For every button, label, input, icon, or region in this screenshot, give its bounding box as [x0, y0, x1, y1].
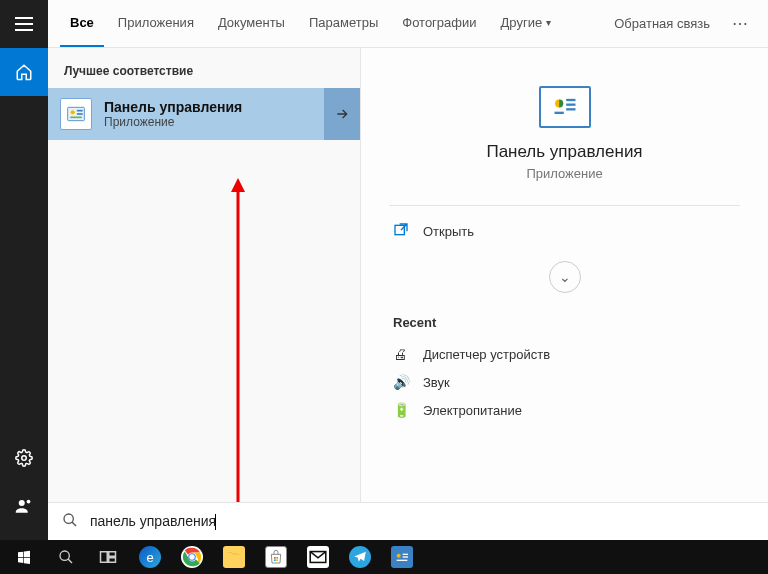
- home-icon: [15, 63, 33, 81]
- svg-point-2: [27, 500, 31, 504]
- home-button[interactable]: [0, 48, 48, 96]
- svg-rect-12: [566, 104, 575, 106]
- settings-button[interactable]: [0, 434, 48, 482]
- svg-line-19: [68, 559, 72, 563]
- gear-icon: [15, 449, 33, 467]
- more-options-button[interactable]: ⋯: [724, 14, 756, 33]
- taskbar-chrome[interactable]: [172, 540, 212, 574]
- svg-rect-28: [274, 559, 276, 561]
- taskbar-mail[interactable]: [298, 540, 338, 574]
- tab-all[interactable]: Все: [60, 1, 104, 47]
- task-view-button[interactable]: [88, 540, 128, 574]
- taskbar-telegram[interactable]: [340, 540, 380, 574]
- preview-subtitle: Приложение: [389, 166, 740, 181]
- svg-rect-6: [77, 113, 83, 115]
- main-area: Все Приложения Документы Параметры Фотог…: [48, 0, 768, 540]
- open-action[interactable]: Открыть: [389, 214, 740, 249]
- control-panel-icon: [60, 98, 92, 130]
- battery-icon: 🔋: [393, 402, 411, 418]
- expand-arrow-button[interactable]: [324, 88, 360, 140]
- recent-device-manager[interactable]: 🖨 Диспетчер устройств: [389, 340, 740, 368]
- telegram-icon: [349, 546, 371, 568]
- tab-settings[interactable]: Параметры: [299, 1, 388, 47]
- tab-more[interactable]: Другие▾: [491, 1, 562, 47]
- recent-label: Диспетчер устройств: [423, 347, 550, 362]
- tab-apps[interactable]: Приложения: [108, 1, 204, 47]
- search-icon: [58, 549, 74, 565]
- svg-rect-35: [397, 560, 408, 561]
- svg-point-16: [64, 514, 73, 523]
- svg-point-1: [19, 500, 25, 506]
- hamburger-icon: [15, 17, 33, 31]
- expand-more-button[interactable]: ⌄: [549, 261, 581, 293]
- svg-point-18: [60, 551, 69, 560]
- open-icon: [393, 222, 411, 241]
- taskbar-search-button[interactable]: [46, 540, 86, 574]
- svg-line-17: [72, 522, 76, 526]
- svg-point-4: [71, 110, 75, 114]
- taskbar-edge[interactable]: e: [130, 540, 170, 574]
- svg-rect-22: [109, 558, 116, 563]
- taskbar: e: [0, 540, 768, 574]
- taskbar-explorer[interactable]: [214, 540, 254, 574]
- taskbar-control-panel[interactable]: [382, 540, 422, 574]
- chevron-down-icon: ⌄: [559, 269, 571, 285]
- left-rail: [0, 0, 48, 540]
- arrow-right-icon: [334, 106, 350, 122]
- svg-rect-5: [77, 110, 83, 112]
- hamburger-button[interactable]: [0, 0, 48, 48]
- search-panel: Все Приложения Документы Параметры Фотог…: [0, 0, 768, 540]
- svg-point-0: [22, 456, 27, 461]
- result-subtitle: Приложение: [104, 115, 348, 129]
- chrome-icon: [181, 546, 203, 568]
- result-control-panel[interactable]: Панель управления Приложение: [48, 88, 360, 140]
- preview-pane: Панель управления Приложение Открыть ⌄ R…: [360, 48, 768, 540]
- taskview-icon: [99, 550, 117, 564]
- account-button[interactable]: [0, 482, 48, 530]
- search-bar[interactable]: панель управления: [48, 502, 768, 540]
- recent-label: Электропитание: [423, 403, 522, 418]
- person-icon: [15, 497, 33, 515]
- svg-rect-20: [101, 552, 108, 563]
- open-label: Открыть: [423, 224, 474, 239]
- svg-rect-11: [566, 99, 575, 101]
- edge-icon: e: [139, 546, 161, 568]
- svg-rect-15: [395, 225, 404, 234]
- recent-power[interactable]: 🔋 Электропитание: [389, 396, 740, 424]
- start-button[interactable]: [4, 540, 44, 574]
- tab-documents[interactable]: Документы: [208, 1, 295, 47]
- recent-sound[interactable]: 🔊 Звук: [389, 368, 740, 396]
- svg-rect-13: [566, 108, 575, 110]
- store-icon: [265, 546, 287, 568]
- windows-icon: [16, 549, 32, 565]
- svg-rect-21: [109, 552, 116, 557]
- results-column: Лучшее соответствие Панель управления Пр…: [48, 48, 360, 540]
- filter-tabs: Все Приложения Документы Параметры Фотог…: [48, 0, 768, 48]
- svg-rect-29: [276, 559, 278, 561]
- printer-icon: 🖨: [393, 346, 411, 362]
- svg-rect-34: [403, 556, 408, 557]
- svg-point-25: [189, 554, 194, 559]
- recent-label: Звук: [423, 375, 450, 390]
- svg-rect-27: [276, 557, 278, 559]
- best-match-header: Лучшее соответствие: [48, 58, 360, 88]
- control-panel-icon: [391, 546, 413, 568]
- svg-rect-7: [70, 117, 82, 119]
- feedback-link[interactable]: Обратная связь: [604, 16, 720, 31]
- chevron-down-icon: ▾: [546, 17, 551, 28]
- svg-marker-9: [231, 178, 245, 192]
- speaker-icon: 🔊: [393, 374, 411, 390]
- svg-rect-26: [274, 557, 276, 559]
- search-input[interactable]: панель управления: [90, 513, 216, 530]
- svg-rect-14: [554, 112, 563, 114]
- folder-icon: [223, 546, 245, 568]
- search-icon: [62, 512, 78, 532]
- svg-point-32: [397, 554, 401, 558]
- taskbar-store[interactable]: [256, 540, 296, 574]
- divider: [389, 205, 740, 206]
- content-row: Лучшее соответствие Панель управления Пр…: [48, 48, 768, 540]
- mail-icon: [307, 546, 329, 568]
- annotation-arrow: [228, 178, 248, 540]
- svg-rect-33: [403, 554, 408, 555]
- tab-photos[interactable]: Фотографии: [392, 1, 486, 47]
